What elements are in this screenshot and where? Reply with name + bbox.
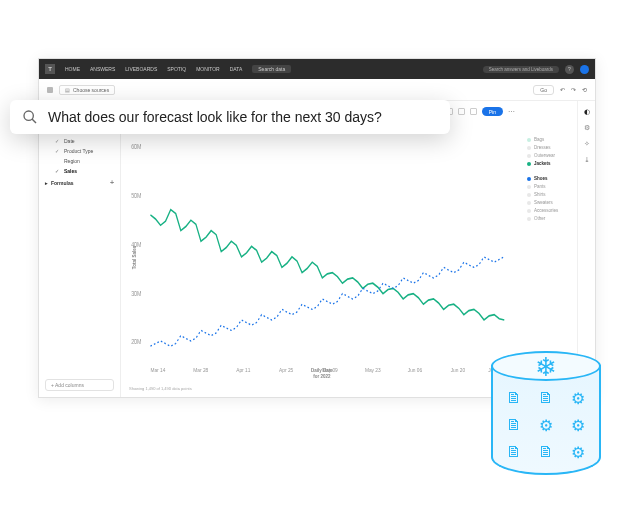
legend-swatch bbox=[527, 138, 531, 142]
col-label: Region bbox=[64, 158, 80, 164]
gear-icon: ⚙ bbox=[571, 443, 585, 462]
avatar[interactable] bbox=[580, 65, 589, 74]
svg-line-1 bbox=[32, 119, 36, 123]
col-product-type[interactable]: ✓ Product Type bbox=[45, 147, 114, 155]
top-nav: HOME ANSWERS LIVEBOARDS SPOTIQ MONITOR D… bbox=[65, 66, 242, 72]
legend-swatch bbox=[527, 177, 531, 181]
undo-icon[interactable]: ↶ bbox=[560, 86, 565, 93]
legend-label: Shirts bbox=[534, 192, 546, 197]
legend-item[interactable]: Sweaters bbox=[527, 200, 573, 205]
legend-swatch bbox=[527, 185, 531, 189]
group-formulas[interactable]: ▸ Formulas + bbox=[45, 177, 114, 188]
global-search-input[interactable]: Search answers and Liveboards bbox=[483, 66, 559, 73]
legend-swatch bbox=[527, 201, 531, 205]
document-icon: 🗎 bbox=[538, 443, 554, 462]
xtick: Mar 28 bbox=[193, 366, 208, 373]
chart-config-icon[interactable]: ◐ bbox=[582, 107, 591, 116]
chart-plot[interactable]: 60M 50M 40M 30M 20M Mar 14 Mar 28 Apr 11… bbox=[129, 133, 515, 377]
table-type-icon[interactable] bbox=[458, 108, 465, 115]
search-icon bbox=[22, 109, 38, 125]
ytick: 50M bbox=[131, 191, 141, 199]
check-icon: ✓ bbox=[55, 148, 60, 154]
nav-data[interactable]: DATA bbox=[230, 66, 243, 72]
topbar: T HOME ANSWERS LIVEBOARDS SPOTIQ MONITOR… bbox=[39, 59, 595, 79]
legend-label: Other bbox=[534, 216, 545, 221]
chart-area: Total Sales by Daily Date and Product Ty… bbox=[121, 101, 523, 397]
legend-item[interactable]: Jackets bbox=[527, 161, 573, 166]
source-picker[interactable]: ▤ Choose sources bbox=[59, 85, 115, 95]
col-label: Product Type bbox=[64, 148, 93, 154]
col-date[interactable]: ✓ Date bbox=[45, 137, 114, 145]
reset-icon[interactable]: ⟲ bbox=[582, 86, 587, 93]
help-icon[interactable]: ? bbox=[565, 65, 574, 74]
xtick: May 23 bbox=[365, 366, 381, 373]
db-icons-grid: 🗎 🗎 ⚙ 🗎 ⚙ ⚙ 🗎 🗎 ⚙ bbox=[503, 389, 589, 462]
app-logo[interactable]: T bbox=[45, 64, 55, 74]
legend-item[interactable]: Other bbox=[527, 216, 573, 221]
legend-item[interactable]: Outerwear bbox=[527, 153, 573, 158]
legend-label: Pants bbox=[534, 184, 546, 189]
legend-item[interactable]: Shoes bbox=[527, 176, 573, 181]
gear-icon: ⚙ bbox=[539, 416, 553, 435]
ytick: 30M bbox=[131, 289, 141, 297]
col-label: Sales bbox=[64, 168, 77, 174]
legend-label: Outerwear bbox=[534, 153, 555, 158]
line-jackets bbox=[150, 210, 504, 320]
download-icon[interactable]: ⤓ bbox=[582, 155, 591, 164]
col-label: Date bbox=[64, 138, 75, 144]
nav-answers[interactable]: ANSWERS bbox=[90, 66, 115, 72]
nav-monitor[interactable]: MONITOR bbox=[196, 66, 220, 72]
svg-point-0 bbox=[24, 111, 33, 120]
more-icon[interactable]: ⋯ bbox=[508, 108, 515, 116]
nl-search-input[interactable] bbox=[48, 109, 438, 125]
explore-icon[interactable]: ✧ bbox=[582, 139, 591, 148]
legend-item[interactable]: Dresses bbox=[527, 145, 573, 150]
gear-icon: ⚙ bbox=[571, 389, 585, 408]
snowflake-icon: ❄ bbox=[535, 352, 557, 382]
document-icon: 🗎 bbox=[506, 389, 522, 408]
settings-icon[interactable]: ⚙ bbox=[582, 123, 591, 132]
legend-item[interactable]: Pants bbox=[527, 184, 573, 189]
xtick: Apr 25 bbox=[279, 366, 293, 373]
ytick: 60M bbox=[131, 143, 141, 151]
legend-swatch bbox=[527, 162, 531, 166]
check-icon: ✓ bbox=[55, 138, 60, 144]
query-toolbar: ▤ Choose sources Go ↶ ↷ ⟲ bbox=[39, 79, 595, 101]
legend-item[interactable]: Bags bbox=[527, 137, 573, 142]
document-icon: 🗎 bbox=[538, 389, 554, 408]
legend-item[interactable]: Shirts bbox=[527, 192, 573, 197]
legend-label: Sweaters bbox=[534, 200, 553, 205]
group-label: Formulas bbox=[51, 180, 74, 186]
legend-label: Bags bbox=[534, 137, 544, 142]
legend-label: Shoes bbox=[534, 176, 548, 181]
xtick: Jun 06 bbox=[408, 366, 422, 373]
legend-swatch bbox=[527, 209, 531, 213]
x-axis-label: Daily Date for 2022 bbox=[311, 368, 333, 379]
nav-home[interactable]: HOME bbox=[65, 66, 80, 72]
share-icon[interactable] bbox=[470, 108, 477, 115]
menu-icon[interactable] bbox=[47, 87, 53, 93]
legend-swatch bbox=[527, 193, 531, 197]
legend-swatch bbox=[527, 217, 531, 221]
legend-item[interactable]: Accessories bbox=[527, 208, 573, 213]
nav-liveboards[interactable]: LIVEBOARDS bbox=[125, 66, 157, 72]
add-formula-icon[interactable]: + bbox=[110, 179, 114, 186]
add-columns-button[interactable]: + Add columns bbox=[45, 379, 114, 391]
nl-search-overlay[interactable] bbox=[10, 100, 450, 134]
search-data-button[interactable]: Search data bbox=[252, 65, 291, 73]
nav-spotiq[interactable]: SPOTIQ bbox=[167, 66, 186, 72]
legend-swatch bbox=[527, 154, 531, 158]
chevron-right-icon: ▸ bbox=[45, 180, 48, 186]
database-icon: ▤ bbox=[65, 87, 70, 93]
go-button[interactable]: Go bbox=[533, 85, 554, 95]
source-label: Choose sources bbox=[73, 87, 109, 93]
pin-button[interactable]: Pin bbox=[482, 107, 503, 116]
redo-icon[interactable]: ↷ bbox=[571, 86, 576, 93]
check-icon: ✓ bbox=[55, 168, 60, 174]
line-shoes bbox=[150, 257, 504, 346]
col-region[interactable]: Region bbox=[45, 157, 114, 165]
add-label: + Add columns bbox=[51, 382, 84, 388]
snowflake-database-graphic: ❄ 🗎 🗎 ⚙ 🗎 ⚙ ⚙ 🗎 🗎 ⚙ bbox=[491, 337, 601, 487]
y-axis-label: Total Sales bbox=[132, 246, 137, 269]
col-sales[interactable]: ✓ Sales bbox=[45, 167, 114, 175]
